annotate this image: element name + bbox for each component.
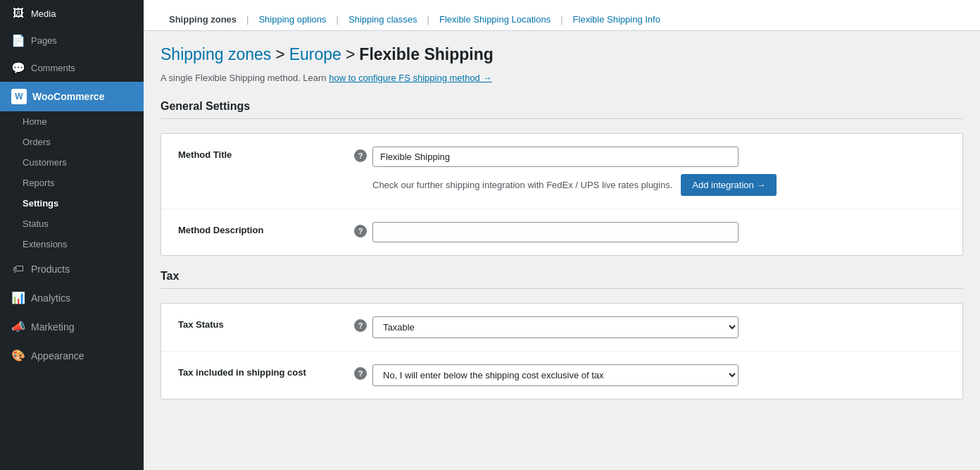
sidebar-item-appearance[interactable]: 🎨 Appearance xyxy=(0,342,144,369)
pages-icon: 📄 xyxy=(11,34,25,47)
tax-included-field-wrap: No, I will enter below the shipping cost… xyxy=(372,364,946,386)
tax-included-row: Tax included in shipping cost ? No, I wi… xyxy=(161,352,962,399)
woocommerce-menu-item[interactable]: W WooCommerce xyxy=(0,82,144,111)
woo-icon: W xyxy=(11,89,27,104)
method-title-field-wrap: Check our further shipping integration w… xyxy=(372,147,946,196)
tab-shipping-classes[interactable]: Shipping classes xyxy=(340,8,426,30)
method-description-label: Method Description xyxy=(178,225,263,235)
sidebar-item-home[interactable]: Home xyxy=(0,111,144,132)
sidebar-item-settings[interactable]: Settings xyxy=(0,193,144,214)
sidebar-item-customers[interactable]: Customers xyxy=(0,152,144,173)
tab-flexible-info[interactable]: Flexible Shipping Info xyxy=(565,8,669,30)
tab-flexible-locations[interactable]: Flexible Shipping Locations xyxy=(431,8,559,30)
method-title-row: Method Title ? Check our further shippin… xyxy=(161,134,962,209)
nav-tabs-bar: Shipping zones | Shipping options | Ship… xyxy=(144,0,980,31)
tax-included-label: Tax included in shipping cost xyxy=(178,367,306,378)
tax-status-field-wrap: Taxable Reduced rate None xyxy=(372,316,946,338)
tab-shipping-options[interactable]: Shipping options xyxy=(250,8,334,30)
tax-section-title: Tax xyxy=(161,270,963,289)
page-body: Shipping zones > Europe > Flexible Shipp… xyxy=(144,31,980,470)
method-title-help-icon[interactable]: ? xyxy=(354,149,367,162)
tax-included-select[interactable]: No, I will enter below the shipping cost… xyxy=(372,364,739,386)
method-description-field-wrap xyxy=(372,222,946,242)
sidebar-item-comments[interactable]: 💬 Comments xyxy=(0,54,144,82)
tax-included-help-icon[interactable]: ? xyxy=(354,367,367,380)
method-title-label: Method Title xyxy=(178,149,232,160)
tax-status-help-icon[interactable]: ? xyxy=(354,319,367,332)
integration-row: Check our further shipping integration w… xyxy=(372,174,946,196)
woocommerce-label: WooCommerce xyxy=(32,91,104,102)
appearance-icon: 🎨 xyxy=(11,349,25,362)
sidebar-item-orders[interactable]: Orders xyxy=(0,132,144,152)
sidebar-item-media[interactable]: 🖼 Media xyxy=(0,0,144,27)
tax-status-select[interactable]: Taxable Reduced rate None xyxy=(372,316,739,338)
tax-settings-form: Tax Status ? Taxable Reduced rate None xyxy=(161,303,963,400)
products-icon: 🏷 xyxy=(11,263,25,276)
sidebar-item-pages-label: Pages xyxy=(31,35,57,46)
page-subtitle: A single Flexible Shipping method. Learn… xyxy=(161,73,963,83)
analytics-icon: 📊 xyxy=(11,291,25,304)
sidebar-item-products[interactable]: 🏷 Products xyxy=(0,256,144,283)
add-integration-button[interactable]: Add integration → xyxy=(681,174,777,196)
tab-shipping-zones[interactable]: Shipping zones xyxy=(161,8,245,30)
sidebar-item-extensions[interactable]: Extensions xyxy=(0,234,144,254)
general-settings-form: Method Title ? Check our further shippin… xyxy=(161,133,963,256)
method-title-input[interactable] xyxy=(372,147,739,167)
breadcrumb-europe-link[interactable]: Europe xyxy=(289,45,341,64)
method-description-help-icon[interactable]: ? xyxy=(354,225,367,237)
sidebar-item-analytics[interactable]: 📊 Analytics xyxy=(0,284,144,311)
breadcrumb-current: Flexible Shipping xyxy=(359,45,493,64)
integration-text: Check our further shipping integration w… xyxy=(372,180,672,190)
method-description-input[interactable] xyxy=(372,222,739,242)
configure-fs-link[interactable]: how to configure FS shipping method → xyxy=(329,73,491,83)
breadcrumb: Shipping zones > Europe > Flexible Shipp… xyxy=(161,45,963,64)
main-content: Shipping zones | Shipping options | Ship… xyxy=(144,0,980,470)
sidebar-item-comments-label: Comments xyxy=(31,63,75,73)
tax-status-row: Tax Status ? Taxable Reduced rate None xyxy=(161,304,962,352)
sidebar-item-pages[interactable]: 📄 Pages xyxy=(0,27,144,54)
sidebar-item-marketing[interactable]: 📣 Marketing xyxy=(0,313,144,340)
marketing-icon: 📣 xyxy=(11,320,25,333)
sidebar: 🖼 Media 📄 Pages 💬 Comments W WooCommerce… xyxy=(0,0,144,470)
media-icon: 🖼 xyxy=(11,7,25,20)
method-description-row: Method Description ? xyxy=(161,209,962,255)
sidebar-item-reports[interactable]: Reports xyxy=(0,173,144,193)
breadcrumb-shipping-zones-link[interactable]: Shipping zones xyxy=(161,45,271,64)
comments-icon: 💬 xyxy=(11,61,25,75)
sidebar-item-status[interactable]: Status xyxy=(0,214,144,234)
sidebar-item-media-label: Media xyxy=(31,8,56,19)
general-settings-title: General Settings xyxy=(161,100,963,119)
tax-status-label: Tax Status xyxy=(178,319,224,330)
